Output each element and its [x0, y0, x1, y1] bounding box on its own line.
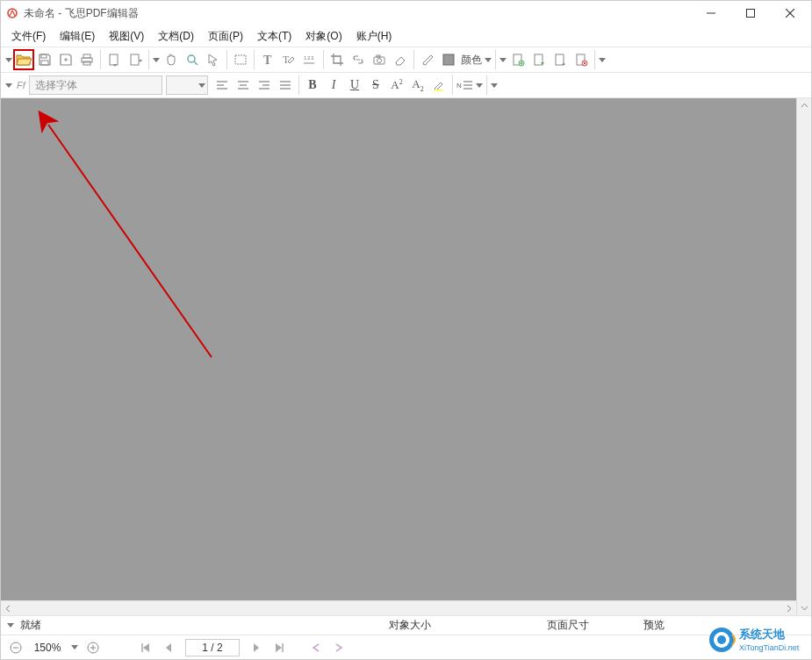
- menu-view[interactable]: 视图(V): [102, 26, 151, 47]
- next-page-button[interactable]: [247, 638, 266, 657]
- subscript-button[interactable]: A2: [407, 75, 428, 96]
- text-spacing-button[interactable]: 123: [299, 49, 320, 70]
- menu-document[interactable]: 文档(D): [151, 26, 201, 47]
- toolbar-overflow-4[interactable]: [598, 58, 607, 62]
- watermark: 系统天地 XiTongTianDi.net: [706, 622, 809, 657]
- status-preview: 预览: [638, 618, 670, 633]
- select-tool-button[interactable]: [203, 49, 224, 70]
- svg-text:系统天地: 系统天地: [738, 628, 786, 641]
- svg-rect-2: [746, 10, 754, 18]
- svg-rect-24: [443, 54, 454, 65]
- strikethrough-button[interactable]: S: [365, 75, 386, 96]
- zoom-out-button[interactable]: [6, 638, 25, 657]
- page-export-button[interactable]: [104, 49, 125, 70]
- rect-select-button[interactable]: [230, 49, 251, 70]
- svg-rect-23: [377, 55, 380, 57]
- next-view-button[interactable]: [329, 638, 349, 657]
- zoom-level[interactable]: 150%: [29, 642, 66, 654]
- svg-rect-28: [556, 54, 564, 65]
- font-family-icon: Ff: [13, 75, 29, 95]
- align-center-button[interactable]: [233, 75, 254, 96]
- scroll-left-button[interactable]: [1, 601, 16, 615]
- statusbar-menu[interactable]: [6, 623, 15, 628]
- line-spacing-button[interactable]: N: [456, 75, 484, 96]
- status-ready: 就绪: [15, 618, 384, 633]
- menu-account[interactable]: 账户(H): [349, 26, 399, 47]
- toolbar-overflow-3[interactable]: [499, 58, 507, 62]
- superscript-button[interactable]: A2: [386, 75, 407, 96]
- svg-rect-10: [110, 54, 118, 65]
- toolbar-primary: T T 123 颜色: [1, 47, 811, 72]
- app-icon: [6, 7, 18, 19]
- menu-object[interactable]: 对象(O): [298, 26, 349, 47]
- svg-rect-7: [83, 54, 90, 58]
- page-insert-button[interactable]: [528, 49, 550, 70]
- toolbar-overflow-1[interactable]: [4, 58, 13, 62]
- zoom-tool-button[interactable]: [182, 49, 203, 70]
- highlight-button[interactable]: [428, 75, 449, 96]
- maximize-button[interactable]: [730, 1, 770, 25]
- prev-page-button[interactable]: [159, 638, 178, 657]
- font-family-select[interactable]: 选择字体: [29, 75, 162, 95]
- status-object-size: 对象大小: [384, 618, 542, 633]
- close-button[interactable]: [770, 1, 809, 25]
- toolbar-overflow-2[interactable]: [152, 58, 161, 62]
- scroll-v-track[interactable]: [797, 113, 811, 600]
- window-controls: [691, 1, 809, 25]
- minimize-button[interactable]: [691, 1, 730, 25]
- first-page-button[interactable]: [136, 638, 155, 657]
- vertical-scrollbar[interactable]: [796, 98, 811, 615]
- open-file-button[interactable]: [13, 49, 34, 70]
- color-dropdown[interactable]: [484, 58, 492, 62]
- zoom-dropdown[interactable]: [69, 645, 80, 649]
- page-extract-button[interactable]: [550, 49, 571, 70]
- snapshot-button[interactable]: [369, 49, 390, 70]
- align-left-button[interactable]: [212, 75, 233, 96]
- scroll-h-track[interactable]: [16, 601, 781, 615]
- menubar: 文件(F) 编辑(E) 视图(V) 文档(D) 页面(P) 文本(T) 对象(O…: [1, 25, 811, 47]
- align-right-button[interactable]: [254, 75, 275, 96]
- menu-page[interactable]: 页面(P): [201, 26, 250, 47]
- underline-button[interactable]: U: [344, 75, 365, 96]
- link-button[interactable]: [348, 49, 369, 70]
- horizontal-scrollbar[interactable]: [1, 600, 796, 615]
- window-title: 未命名 - 飞思PDF编辑器: [24, 6, 691, 21]
- workspace[interactable]: [1, 98, 811, 615]
- bold-button[interactable]: B: [302, 75, 323, 96]
- hand-tool-button[interactable]: [161, 49, 182, 70]
- format-overflow[interactable]: [4, 83, 13, 88]
- last-page-button[interactable]: [269, 638, 289, 657]
- crop-button[interactable]: [327, 49, 348, 70]
- svg-rect-6: [41, 61, 48, 65]
- text-edit-button[interactable]: T: [278, 49, 299, 70]
- fill-color-button[interactable]: [438, 49, 459, 70]
- page-indicator[interactable]: 1 / 2: [185, 639, 240, 656]
- align-justify-button[interactable]: [275, 75, 296, 96]
- svg-rect-14: [235, 55, 246, 64]
- prev-view-button[interactable]: [306, 638, 326, 657]
- svg-text:T: T: [283, 54, 290, 66]
- menu-edit[interactable]: 编辑(E): [53, 26, 102, 47]
- save-as-button[interactable]: [55, 49, 76, 70]
- font-placeholder: 选择字体: [35, 78, 77, 93]
- menu-file[interactable]: 文件(F): [4, 26, 53, 47]
- zoom-in-button[interactable]: [83, 638, 103, 657]
- svg-text:3: 3: [311, 55, 314, 61]
- brush-button[interactable]: [417, 49, 438, 70]
- text-tool-button[interactable]: T: [257, 49, 278, 70]
- save-button[interactable]: [34, 49, 55, 70]
- scroll-up-button[interactable]: [797, 98, 811, 113]
- page-add-button[interactable]: [507, 49, 528, 70]
- italic-button[interactable]: I: [323, 75, 344, 96]
- menu-text[interactable]: 文本(T): [250, 26, 298, 47]
- font-size-select[interactable]: [166, 75, 208, 95]
- svg-point-12: [188, 55, 195, 62]
- svg-text:XiTongTianDi.net: XiTongTianDi.net: [739, 643, 800, 652]
- scroll-down-button[interactable]: [797, 600, 811, 615]
- scroll-right-button[interactable]: [781, 601, 796, 615]
- eraser-button[interactable]: [390, 49, 411, 70]
- print-button[interactable]: [76, 49, 97, 70]
- format-overflow-2[interactable]: [490, 83, 499, 88]
- page-import-button[interactable]: [125, 49, 146, 70]
- page-delete-button[interactable]: [571, 49, 592, 70]
